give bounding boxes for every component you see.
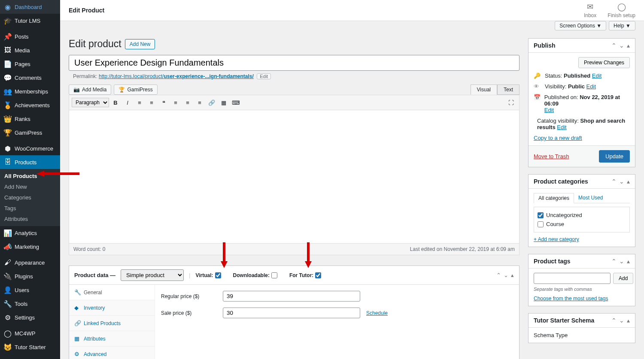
menu-gamipress[interactable]: 🏆GamiPress xyxy=(0,126,60,139)
menu-marketing[interactable]: 📣Marketing xyxy=(0,240,60,253)
more-button[interactable]: ▦ xyxy=(218,97,229,108)
screen-options-button[interactable]: Screen Options ▼ xyxy=(555,21,606,30)
move-to-trash-link[interactable]: Move to Trash xyxy=(534,153,569,160)
menu-media[interactable]: 🖼Media xyxy=(0,43,60,57)
menu-achievements[interactable]: 🏅Achievements xyxy=(0,98,60,112)
tab-attributes[interactable]: ▦Attributes xyxy=(69,331,155,347)
add-media-button[interactable]: 📷Add Media xyxy=(69,84,111,95)
menu-analytics[interactable]: 📊Analytics xyxy=(0,226,60,240)
for-tutor-option[interactable]: For Tutor: xyxy=(289,272,321,278)
tag-input[interactable] xyxy=(534,273,611,284)
menu-comments[interactable]: 💬Comments xyxy=(0,71,60,84)
eye-icon: 👁 xyxy=(534,83,541,90)
chevron-up-icon[interactable]: ⌃ xyxy=(611,258,617,265)
add-tag-button[interactable]: Add xyxy=(613,273,633,284)
chevron-down-icon[interactable]: ⌄ xyxy=(619,258,624,265)
for-tutor-checkbox[interactable] xyxy=(315,272,321,278)
chevron-down-icon[interactable]: ⌄ xyxy=(619,178,624,185)
caret-up-icon[interactable]: ▴ xyxy=(627,178,630,185)
most-used-tab[interactable]: Most Used xyxy=(574,193,607,203)
ul-button[interactable]: ≡ xyxy=(134,97,145,108)
visual-tab[interactable]: Visual xyxy=(471,84,497,95)
align-right-button[interactable]: ≡ xyxy=(194,97,205,108)
format-select[interactable]: Paragraph xyxy=(72,98,109,107)
menu-appearance[interactable]: 🖌Appearance xyxy=(0,256,60,269)
chevron-up-icon[interactable]: ⌃ xyxy=(611,317,617,324)
editor-canvas[interactable] xyxy=(69,110,519,243)
add-new-button[interactable]: Add New xyxy=(125,39,155,49)
catalog-edit-link[interactable]: Edit xyxy=(557,124,566,130)
update-button[interactable]: Update xyxy=(599,150,630,163)
preview-changes-button[interactable]: Preview Changes xyxy=(578,57,630,68)
date-edit-link[interactable]: Edit xyxy=(544,107,554,113)
downloadable-checkbox[interactable] xyxy=(271,272,277,278)
chevron-up-icon[interactable]: ⌃ xyxy=(611,178,617,185)
menu-users[interactable]: 👤Users xyxy=(0,283,60,297)
menu-products[interactable]: 🗄Products xyxy=(0,155,60,169)
menu-woocommerce[interactable]: ⬢WooCommerce xyxy=(0,142,60,155)
menu-pages[interactable]: 📄Pages xyxy=(0,57,60,71)
chevron-up-icon[interactable]: ⌃ xyxy=(611,42,617,49)
visibility-edit-link[interactable]: Edit xyxy=(586,83,596,90)
caret-up-icon[interactable]: ▴ xyxy=(627,258,630,265)
submenu-attributes[interactable]: Attributes xyxy=(0,214,60,224)
regular-price-input[interactable] xyxy=(223,291,360,302)
schedule-link[interactable]: Schedule xyxy=(366,310,388,316)
product-type-select[interactable]: Simple product xyxy=(121,269,184,281)
italic-button[interactable]: I xyxy=(122,97,133,108)
menu-memberships[interactable]: 👥Memberships xyxy=(0,84,60,98)
chevron-up-icon[interactable]: ⌃ xyxy=(496,272,501,278)
caret-up-icon[interactable]: ▴ xyxy=(627,317,630,324)
text-tab[interactable]: Text xyxy=(497,84,519,95)
submenu-categories[interactable]: Categories xyxy=(0,192,60,203)
ol-button[interactable]: ≡ xyxy=(146,97,157,108)
link-button[interactable]: 🔗 xyxy=(206,97,217,108)
sale-price-input[interactable] xyxy=(223,308,360,318)
tab-linked[interactable]: 🔗Linked Products xyxy=(69,316,155,331)
inbox-button[interactable]: ✉Inbox xyxy=(584,2,596,18)
virtual-checkbox[interactable] xyxy=(215,272,221,278)
menu-tutor-lms[interactable]: 🎓Tutor LMS xyxy=(0,14,60,27)
menu-dashboard[interactable]: ◉Dashboard xyxy=(0,0,60,14)
menu-posts[interactable]: 📌Posts xyxy=(0,30,60,43)
bold-button[interactable]: B xyxy=(110,97,121,108)
quote-button[interactable]: ❝ xyxy=(158,97,169,108)
permalink-link[interactable]: http://tutor-lms.local/product/user-expe… xyxy=(99,73,254,79)
chevron-down-icon[interactable]: ⌄ xyxy=(619,317,624,324)
menu-tutor-starter[interactable]: 😺Tutor Starter xyxy=(0,340,60,354)
align-center-button[interactable]: ≡ xyxy=(182,97,193,108)
fullscreen-button[interactable]: ⛶ xyxy=(505,97,516,108)
downloadable-option[interactable]: Downloadable: xyxy=(233,272,277,278)
menu-tools[interactable]: 🔧Tools xyxy=(0,297,60,311)
align-left-button[interactable]: ≡ xyxy=(170,97,181,108)
chevron-down-icon[interactable]: ⌄ xyxy=(504,272,508,278)
cat-uncategorized[interactable]: Uncategorized xyxy=(538,211,626,220)
tab-general[interactable]: 🔧General xyxy=(69,285,155,300)
help-button[interactable]: Help ▼ xyxy=(609,21,635,30)
status-edit-link[interactable]: Edit xyxy=(592,72,601,79)
tab-inventory[interactable]: ◆Inventory xyxy=(69,300,155,316)
caret-up-icon[interactable]: ▴ xyxy=(627,42,630,49)
all-categories-tab[interactable]: All categories xyxy=(534,193,574,203)
gear-icon: ⚙ xyxy=(74,351,80,357)
submenu-add-new[interactable]: Add New xyxy=(0,181,60,192)
toolbar-toggle-button[interactable]: ⌨ xyxy=(230,97,241,108)
virtual-option[interactable]: Virtual: xyxy=(195,272,221,278)
chevron-down-icon[interactable]: ⌄ xyxy=(619,42,624,49)
menu-plugins[interactable]: 🔌Plugins xyxy=(0,269,60,283)
permalink-edit-button[interactable]: Edit xyxy=(257,73,271,79)
copy-draft-link[interactable]: Copy to a new draft xyxy=(534,135,582,141)
menu-ranks[interactable]: 👑Ranks xyxy=(0,112,60,126)
menu-mc4wp[interactable]: ◯MC4WP xyxy=(0,326,60,340)
tab-advanced[interactable]: ⚙Advanced xyxy=(69,347,155,359)
cat-course[interactable]: Course xyxy=(538,220,626,229)
finish-setup-button[interactable]: ◯Finish setup xyxy=(608,2,635,18)
menu-settings[interactable]: ⚙Settings xyxy=(0,311,60,324)
product-title-input[interactable] xyxy=(69,55,519,71)
add-new-category-link[interactable]: + Add new category xyxy=(534,236,579,242)
submenu-tags[interactable]: Tags xyxy=(0,203,60,214)
caret-up-icon[interactable]: ▴ xyxy=(511,272,514,278)
publish-box: Publish ⌃⌄▴ Preview Changes 🔑Status: Pub… xyxy=(528,38,635,167)
choose-tags-link[interactable]: Choose from the most used tags xyxy=(534,296,608,302)
gamipress-button[interactable]: 🏆GamiPress xyxy=(114,84,157,95)
